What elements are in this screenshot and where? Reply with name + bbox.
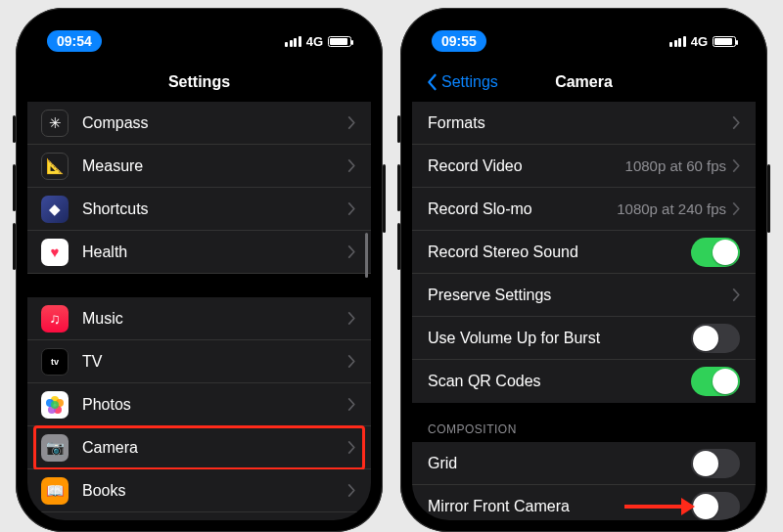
row-label: Use Volume Up for Burst bbox=[428, 330, 691, 347]
settings-row-camera[interactable]: 📷Camera bbox=[27, 426, 371, 469]
network-label: 4G bbox=[306, 34, 323, 49]
page-title: Settings bbox=[168, 73, 230, 91]
podcasts-icon: ⍚ bbox=[41, 520, 69, 521]
row-label: Formats bbox=[428, 114, 732, 132]
row-volume-burst[interactable]: Use Volume Up for Burst bbox=[412, 317, 756, 360]
shortcuts-icon: ◆ bbox=[41, 196, 69, 223]
back-button[interactable]: Settings bbox=[426, 73, 498, 91]
settings-row-books[interactable]: 📖Books bbox=[27, 469, 371, 512]
row-grid[interactable]: Grid bbox=[412, 442, 756, 485]
battery-icon bbox=[713, 36, 736, 47]
page-title: Camera bbox=[555, 73, 613, 91]
chevron-right-icon bbox=[347, 116, 355, 129]
status-time: 09:55 bbox=[432, 30, 486, 52]
row-mirror-front[interactable]: Mirror Front Camera bbox=[412, 485, 756, 520]
row-record-video[interactable]: Record Video1080p at 60 fps bbox=[412, 145, 756, 188]
books-icon: 📖 bbox=[41, 477, 69, 505]
settings-row-measure[interactable]: 📐Measure bbox=[27, 145, 371, 188]
row-label: Camera bbox=[82, 439, 347, 457]
toggle-grid[interactable] bbox=[691, 449, 740, 478]
back-label: Settings bbox=[441, 73, 498, 91]
measure-icon: 📐 bbox=[41, 153, 69, 180]
arrow-annotation bbox=[624, 498, 695, 515]
row-label: Record Stereo Sound bbox=[428, 244, 691, 261]
camera-icon: 📷 bbox=[41, 434, 69, 462]
chevron-right-icon bbox=[347, 398, 355, 411]
status-time: 09:54 bbox=[47, 30, 102, 52]
row-label: Scan QR Codes bbox=[428, 373, 691, 390]
row-label: Music bbox=[82, 310, 347, 328]
chevron-right-icon bbox=[347, 355, 355, 368]
battery-icon bbox=[328, 36, 351, 47]
toggle-mirror-front[interactable] bbox=[691, 492, 740, 521]
row-stereo-sound[interactable]: Record Stereo Sound bbox=[412, 231, 756, 274]
signal-icon bbox=[669, 36, 686, 47]
chevron-left-icon bbox=[426, 73, 438, 91]
row-label: Grid bbox=[428, 455, 691, 472]
signal-icon bbox=[285, 36, 301, 47]
phone-left: 09:54 4G Settings ✳︎Compass📐Measure◆Shor… bbox=[16, 8, 383, 532]
row-label: Measure bbox=[82, 157, 347, 175]
chevron-right-icon bbox=[732, 202, 740, 215]
row-label: Preserve Settings bbox=[428, 287, 732, 304]
navbar: Settings Camera bbox=[412, 63, 756, 102]
chevron-right-icon bbox=[347, 312, 355, 325]
scroll-indicator bbox=[365, 233, 368, 278]
row-formats[interactable]: Formats bbox=[412, 102, 756, 145]
row-label: Record Video bbox=[428, 157, 625, 175]
row-label: Shortcuts bbox=[82, 200, 347, 218]
row-label: Books bbox=[82, 482, 347, 500]
network-label: 4G bbox=[691, 34, 708, 49]
chevron-right-icon bbox=[732, 288, 740, 301]
row-scan-qr[interactable]: Scan QR Codes bbox=[412, 360, 756, 403]
photos-icon bbox=[41, 391, 69, 419]
chevron-right-icon bbox=[347, 202, 355, 215]
chevron-right-icon bbox=[347, 484, 355, 497]
phone-right: 09:55 4G Settings Camera FormatsRecord V… bbox=[400, 8, 767, 532]
row-detail: 1080p at 240 fps bbox=[617, 200, 726, 217]
chevron-right-icon bbox=[347, 441, 355, 454]
camera-settings-list[interactable]: FormatsRecord Video1080p at 60 fpsRecord… bbox=[412, 102, 756, 520]
compass-icon: ✳︎ bbox=[41, 110, 69, 137]
row-label: TV bbox=[82, 353, 347, 371]
settings-row-tv[interactable]: tvTV bbox=[27, 340, 371, 383]
settings-row-photos[interactable]: Photos bbox=[27, 383, 371, 426]
notch bbox=[121, 20, 278, 45]
chevron-right-icon bbox=[347, 159, 355, 172]
settings-row-compass[interactable]: ✳︎Compass bbox=[27, 102, 371, 145]
row-label: Photos bbox=[82, 396, 347, 414]
row-record-slomo[interactable]: Record Slo-mo1080p at 240 fps bbox=[412, 188, 756, 231]
row-preserve[interactable]: Preserve Settings bbox=[412, 274, 756, 317]
row-detail: 1080p at 60 fps bbox=[625, 157, 726, 174]
row-label: Health bbox=[82, 244, 347, 261]
settings-row-podcasts[interactable]: ⍚Podcasts bbox=[27, 512, 371, 520]
settings-row-music[interactable]: ♫Music bbox=[27, 297, 371, 340]
notch bbox=[506, 20, 663, 45]
navbar: Settings bbox=[27, 63, 371, 102]
music-icon: ♫ bbox=[41, 305, 69, 332]
toggle-volume-burst[interactable] bbox=[691, 324, 740, 353]
tv-icon: tv bbox=[41, 348, 69, 376]
section-header-composition: COMPOSITION bbox=[412, 403, 756, 442]
health-icon: ♥ bbox=[41, 239, 69, 266]
row-label: Record Slo-mo bbox=[428, 200, 617, 218]
settings-list[interactable]: ✳︎Compass📐Measure◆Shortcuts♥Health ♫Musi… bbox=[27, 102, 371, 520]
settings-row-shortcuts[interactable]: ◆Shortcuts bbox=[27, 188, 371, 231]
toggle-scan-qr[interactable] bbox=[691, 367, 740, 396]
toggle-stereo-sound[interactable] bbox=[691, 238, 740, 267]
chevron-right-icon bbox=[732, 116, 740, 129]
settings-row-health[interactable]: ♥Health bbox=[27, 231, 371, 274]
row-label: Compass bbox=[82, 114, 347, 132]
chevron-right-icon bbox=[347, 245, 355, 258]
chevron-right-icon bbox=[732, 159, 740, 172]
